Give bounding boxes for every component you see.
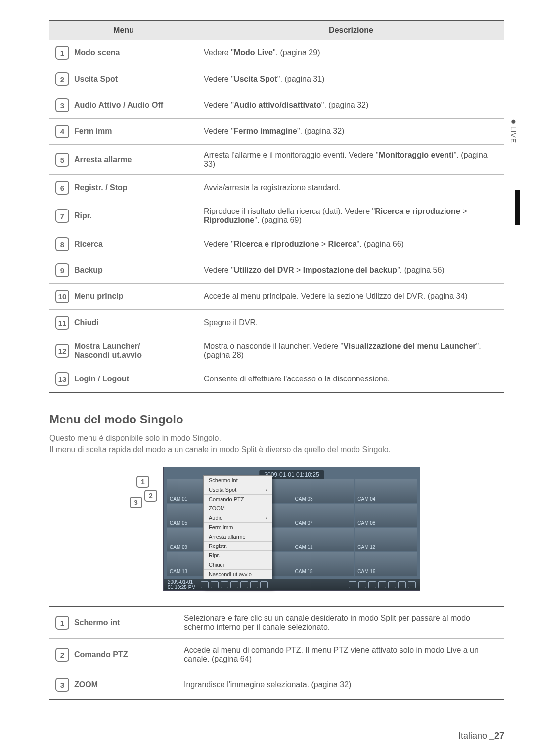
camera-tile: CAM 12 [355,528,417,551]
side-black-bar [515,190,520,225]
context-menu-item: ZOOM [204,504,272,513]
toolbar-date: 2009-01-0101:10:25 PM [168,579,196,590]
menu-label: Ripr. [74,211,92,220]
ptz-icon [368,581,376,588]
menu-desc: Vedere "Uscita Spot". (pagina 31) [198,66,504,92]
menu-label: Modo scena [74,48,120,57]
footer-lang: Italiano [458,731,487,741]
dvr-screenshot: 2009-01-01 01:10:25 CAM 01CAM 03CAM 04CA… [163,467,420,591]
camera-tile: CAM 11 [292,528,355,551]
row-number: 2 [55,648,69,662]
menu-label: Audio Attivo / Audio Off [74,101,163,110]
bottom-toolbar: 2009-01-0101:10:25 PM [164,579,420,590]
callout-1: 1 [136,476,149,488]
menu-label: Uscita Spot [74,75,118,84]
context-menu-item: Ferm imm [204,523,272,532]
intro-text: Questo menu è disponibile solo in modo S… [49,432,504,455]
callout-2: 2 [144,490,157,502]
layout-icon [250,581,258,588]
context-menu-item: Uscita Spot [204,485,272,495]
page-footer: Italiano _27 [458,731,504,741]
camera-tile: CAM 03 [292,479,355,503]
intro-line-2: Il menu di scelta rapida del modo a un c… [49,445,391,454]
menu-label: ZOOM [74,680,98,689]
row-number: 10 [55,290,69,303]
camera-tile: CAM 16 [355,552,417,576]
footer-page: _27 [490,731,504,741]
col-header-desc: Descrizione [198,20,504,40]
intro-line-1: Questo menu è disponibile solo in modo S… [49,434,221,442]
menu-desc: Vedere "Fermo immagine". (pagina 32) [198,119,504,145]
row-number: 1 [55,46,69,60]
speaker-icon [349,581,356,588]
menu-label: Login / Logout [74,375,129,383]
menu-desc: Vedere "Audio attivo/disattivato". (pagi… [198,92,504,119]
menu-label: Comando PTZ [74,650,128,659]
menu-label: Ferm imm [74,127,112,136]
menu-label: Arresta allarme [74,155,132,164]
row-number: 3 [55,678,69,692]
row-number: 3 [55,98,69,112]
menu-desc: Accede al menu principale. Vedere la sez… [198,284,504,310]
camera-tile: CAM 08 [355,504,417,527]
menu-desc: Vedere "Ricerca e riproduzione > Ricerca… [198,231,504,257]
row-number: 9 [55,263,69,277]
context-menu-item: Arresta allarme [204,532,272,542]
menu-label: Ricerca [74,240,103,249]
single-mode-table: 1Schermo intSelezionare e fare clic su u… [49,606,504,700]
callout-3: 3 [130,497,142,508]
row-number: 8 [55,237,69,251]
menu-label: Backup [74,266,103,275]
camera-tile: CAM 15 [292,552,355,576]
zoom-icon [358,581,366,588]
menu-label: Registr. / Stop [74,183,128,192]
layout-icon [240,581,248,588]
play-icon [408,581,416,588]
layout-icon [260,581,268,588]
menu-desc: Accede al menu di comando PTZ. Il menu P… [178,639,504,671]
rec-icon [398,581,406,588]
layout-icon [211,581,219,588]
menu-desc: Arresta l'allarme e il monitoraggio even… [198,145,504,175]
col-header-menu: Menu [49,20,198,40]
row-number: 4 [55,125,69,138]
row-number: 13 [55,372,69,386]
menu-label: Menu princip [74,292,124,301]
menu-desc: Vedere "Modo Live". (pagina 29) [198,40,504,66]
side-tab-label: LIVE [509,126,517,143]
menu-label: Chiudi [74,318,99,327]
row-number: 2 [55,72,69,86]
context-menu-item: Comando PTZ [204,495,272,504]
context-menu-item: Nascondi ut.avvio [204,570,272,579]
camera-tile: CAM 04 [355,479,417,503]
layout-icon [221,581,228,588]
row-number: 1 [55,616,69,630]
menu-description-table: Menu Descrizione 1Modo scenaVedere "Modo… [49,20,504,393]
context-menu-item: Ripr. [204,551,272,560]
freeze-icon [388,581,396,588]
row-number: 6 [55,181,69,195]
row-number: 5 [55,153,69,167]
context-menu-item: Chiudi [204,560,272,570]
layout-icon [201,581,209,588]
menu-desc: Spegne il DVR. [198,310,504,336]
context-menu-item: Schermo int [204,476,272,485]
bullet-icon [511,120,515,124]
menu-desc: Riproduce il risultato della ricerca (da… [198,201,504,231]
menu-desc: Selezionare e fare clic su un canale des… [178,606,504,639]
menu-label: Mostra Launcher/Nascondi ut.avvio [74,342,142,360]
menu-desc: Ingrandisce l'immagine selezionata. (pag… [178,671,504,700]
row-number: 11 [55,316,69,330]
context-menu-item: Registr. [204,542,272,551]
menu-desc: Vedere "Utilizzo del DVR > Impostazione … [198,257,504,284]
alarm-icon [378,581,386,588]
side-tab: LIVE [509,120,517,143]
screenshot-figure: 1 2 3 2009-01-01 01:10:25 CAM 01CAM 03CA… [49,467,504,591]
menu-desc: Mostra o nasconde il launcher. Vedere "V… [198,336,504,366]
section-title: Menu del modo Singolo [49,413,504,426]
callout-leaders: 1 2 3 [134,467,163,591]
context-menu: Schermo intUscita SpotComando PTZZOOMAud… [203,475,272,588]
camera-tile: CAM 07 [292,504,355,527]
row-number: 7 [55,209,69,223]
menu-desc: Avvia/arresta la registrazione standard. [198,175,504,201]
